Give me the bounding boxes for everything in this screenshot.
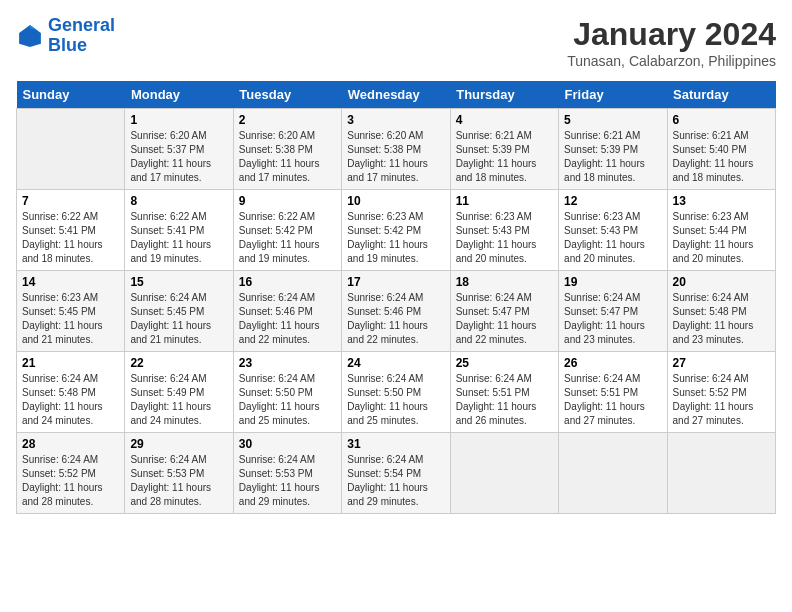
day-info: Sunrise: 6:24 AM Sunset: 5:49 PM Dayligh… bbox=[130, 372, 227, 428]
day-number: 7 bbox=[22, 194, 119, 208]
calendar-cell: 29Sunrise: 6:24 AM Sunset: 5:53 PM Dayli… bbox=[125, 433, 233, 514]
day-number: 27 bbox=[673, 356, 770, 370]
day-number: 20 bbox=[673, 275, 770, 289]
day-info: Sunrise: 6:24 AM Sunset: 5:47 PM Dayligh… bbox=[456, 291, 553, 347]
day-info: Sunrise: 6:20 AM Sunset: 5:37 PM Dayligh… bbox=[130, 129, 227, 185]
day-header-friday: Friday bbox=[559, 81, 667, 109]
day-number: 26 bbox=[564, 356, 661, 370]
calendar-cell: 17Sunrise: 6:24 AM Sunset: 5:46 PM Dayli… bbox=[342, 271, 450, 352]
calendar-cell: 30Sunrise: 6:24 AM Sunset: 5:53 PM Dayli… bbox=[233, 433, 341, 514]
day-info: Sunrise: 6:23 AM Sunset: 5:43 PM Dayligh… bbox=[456, 210, 553, 266]
calendar-cell bbox=[17, 109, 125, 190]
day-number: 14 bbox=[22, 275, 119, 289]
svg-marker-0 bbox=[19, 25, 41, 47]
day-header-monday: Monday bbox=[125, 81, 233, 109]
day-number: 16 bbox=[239, 275, 336, 289]
day-number: 8 bbox=[130, 194, 227, 208]
day-info: Sunrise: 6:20 AM Sunset: 5:38 PM Dayligh… bbox=[347, 129, 444, 185]
page-title: January 2024 bbox=[567, 16, 776, 53]
day-number: 2 bbox=[239, 113, 336, 127]
page-header: General Blue January 2024 Tunasan, Calab… bbox=[16, 16, 776, 69]
day-number: 12 bbox=[564, 194, 661, 208]
calendar-cell: 12Sunrise: 6:23 AM Sunset: 5:43 PM Dayli… bbox=[559, 190, 667, 271]
day-info: Sunrise: 6:24 AM Sunset: 5:45 PM Dayligh… bbox=[130, 291, 227, 347]
day-number: 29 bbox=[130, 437, 227, 451]
day-info: Sunrise: 6:23 AM Sunset: 5:45 PM Dayligh… bbox=[22, 291, 119, 347]
calendar-cell: 14Sunrise: 6:23 AM Sunset: 5:45 PM Dayli… bbox=[17, 271, 125, 352]
day-header-thursday: Thursday bbox=[450, 81, 558, 109]
calendar-cell bbox=[559, 433, 667, 514]
calendar-cell: 25Sunrise: 6:24 AM Sunset: 5:51 PM Dayli… bbox=[450, 352, 558, 433]
calendar-cell: 8Sunrise: 6:22 AM Sunset: 5:41 PM Daylig… bbox=[125, 190, 233, 271]
calendar-table: SundayMondayTuesdayWednesdayThursdayFrid… bbox=[16, 81, 776, 514]
calendar-cell: 22Sunrise: 6:24 AM Sunset: 5:49 PM Dayli… bbox=[125, 352, 233, 433]
logo: General Blue bbox=[16, 16, 115, 56]
calendar-cell: 31Sunrise: 6:24 AM Sunset: 5:54 PM Dayli… bbox=[342, 433, 450, 514]
day-info: Sunrise: 6:24 AM Sunset: 5:47 PM Dayligh… bbox=[564, 291, 661, 347]
logo-text: General Blue bbox=[48, 16, 115, 56]
calendar-cell: 2Sunrise: 6:20 AM Sunset: 5:38 PM Daylig… bbox=[233, 109, 341, 190]
day-info: Sunrise: 6:24 AM Sunset: 5:50 PM Dayligh… bbox=[347, 372, 444, 428]
day-info: Sunrise: 6:22 AM Sunset: 5:42 PM Dayligh… bbox=[239, 210, 336, 266]
calendar-cell: 19Sunrise: 6:24 AM Sunset: 5:47 PM Dayli… bbox=[559, 271, 667, 352]
day-info: Sunrise: 6:24 AM Sunset: 5:54 PM Dayligh… bbox=[347, 453, 444, 509]
day-number: 6 bbox=[673, 113, 770, 127]
day-number: 31 bbox=[347, 437, 444, 451]
day-info: Sunrise: 6:22 AM Sunset: 5:41 PM Dayligh… bbox=[22, 210, 119, 266]
day-info: Sunrise: 6:24 AM Sunset: 5:48 PM Dayligh… bbox=[22, 372, 119, 428]
day-header-tuesday: Tuesday bbox=[233, 81, 341, 109]
calendar-cell: 11Sunrise: 6:23 AM Sunset: 5:43 PM Dayli… bbox=[450, 190, 558, 271]
day-info: Sunrise: 6:24 AM Sunset: 5:48 PM Dayligh… bbox=[673, 291, 770, 347]
day-info: Sunrise: 6:24 AM Sunset: 5:50 PM Dayligh… bbox=[239, 372, 336, 428]
day-number: 9 bbox=[239, 194, 336, 208]
title-block: January 2024 Tunasan, Calabarzon, Philip… bbox=[567, 16, 776, 69]
day-info: Sunrise: 6:21 AM Sunset: 5:40 PM Dayligh… bbox=[673, 129, 770, 185]
calendar-cell: 5Sunrise: 6:21 AM Sunset: 5:39 PM Daylig… bbox=[559, 109, 667, 190]
calendar-cell: 20Sunrise: 6:24 AM Sunset: 5:48 PM Dayli… bbox=[667, 271, 775, 352]
day-number: 3 bbox=[347, 113, 444, 127]
calendar-cell: 10Sunrise: 6:23 AM Sunset: 5:42 PM Dayli… bbox=[342, 190, 450, 271]
calendar-cell: 9Sunrise: 6:22 AM Sunset: 5:42 PM Daylig… bbox=[233, 190, 341, 271]
calendar-cell: 7Sunrise: 6:22 AM Sunset: 5:41 PM Daylig… bbox=[17, 190, 125, 271]
calendar-cell: 23Sunrise: 6:24 AM Sunset: 5:50 PM Dayli… bbox=[233, 352, 341, 433]
day-number: 19 bbox=[564, 275, 661, 289]
day-number: 5 bbox=[564, 113, 661, 127]
day-number: 4 bbox=[456, 113, 553, 127]
day-info: Sunrise: 6:23 AM Sunset: 5:42 PM Dayligh… bbox=[347, 210, 444, 266]
day-number: 13 bbox=[673, 194, 770, 208]
day-info: Sunrise: 6:23 AM Sunset: 5:43 PM Dayligh… bbox=[564, 210, 661, 266]
calendar-cell: 18Sunrise: 6:24 AM Sunset: 5:47 PM Dayli… bbox=[450, 271, 558, 352]
day-info: Sunrise: 6:24 AM Sunset: 5:53 PM Dayligh… bbox=[130, 453, 227, 509]
calendar-cell bbox=[450, 433, 558, 514]
page-subtitle: Tunasan, Calabarzon, Philippines bbox=[567, 53, 776, 69]
day-number: 11 bbox=[456, 194, 553, 208]
day-info: Sunrise: 6:24 AM Sunset: 5:51 PM Dayligh… bbox=[564, 372, 661, 428]
calendar-cell bbox=[667, 433, 775, 514]
day-info: Sunrise: 6:24 AM Sunset: 5:46 PM Dayligh… bbox=[239, 291, 336, 347]
day-number: 25 bbox=[456, 356, 553, 370]
day-info: Sunrise: 6:22 AM Sunset: 5:41 PM Dayligh… bbox=[130, 210, 227, 266]
day-number: 28 bbox=[22, 437, 119, 451]
calendar-cell: 28Sunrise: 6:24 AM Sunset: 5:52 PM Dayli… bbox=[17, 433, 125, 514]
calendar-cell: 15Sunrise: 6:24 AM Sunset: 5:45 PM Dayli… bbox=[125, 271, 233, 352]
day-info: Sunrise: 6:23 AM Sunset: 5:44 PM Dayligh… bbox=[673, 210, 770, 266]
calendar-cell: 6Sunrise: 6:21 AM Sunset: 5:40 PM Daylig… bbox=[667, 109, 775, 190]
day-info: Sunrise: 6:24 AM Sunset: 5:46 PM Dayligh… bbox=[347, 291, 444, 347]
day-info: Sunrise: 6:24 AM Sunset: 5:52 PM Dayligh… bbox=[22, 453, 119, 509]
calendar-cell: 1Sunrise: 6:20 AM Sunset: 5:37 PM Daylig… bbox=[125, 109, 233, 190]
day-info: Sunrise: 6:21 AM Sunset: 5:39 PM Dayligh… bbox=[564, 129, 661, 185]
day-number: 15 bbox=[130, 275, 227, 289]
calendar-cell: 16Sunrise: 6:24 AM Sunset: 5:46 PM Dayli… bbox=[233, 271, 341, 352]
calendar-cell: 4Sunrise: 6:21 AM Sunset: 5:39 PM Daylig… bbox=[450, 109, 558, 190]
day-number: 24 bbox=[347, 356, 444, 370]
calendar-cell: 13Sunrise: 6:23 AM Sunset: 5:44 PM Dayli… bbox=[667, 190, 775, 271]
day-info: Sunrise: 6:20 AM Sunset: 5:38 PM Dayligh… bbox=[239, 129, 336, 185]
day-number: 22 bbox=[130, 356, 227, 370]
day-info: Sunrise: 6:24 AM Sunset: 5:51 PM Dayligh… bbox=[456, 372, 553, 428]
calendar-cell: 21Sunrise: 6:24 AM Sunset: 5:48 PM Dayli… bbox=[17, 352, 125, 433]
day-number: 21 bbox=[22, 356, 119, 370]
day-info: Sunrise: 6:24 AM Sunset: 5:52 PM Dayligh… bbox=[673, 372, 770, 428]
day-header-wednesday: Wednesday bbox=[342, 81, 450, 109]
day-number: 1 bbox=[130, 113, 227, 127]
calendar-cell: 27Sunrise: 6:24 AM Sunset: 5:52 PM Dayli… bbox=[667, 352, 775, 433]
